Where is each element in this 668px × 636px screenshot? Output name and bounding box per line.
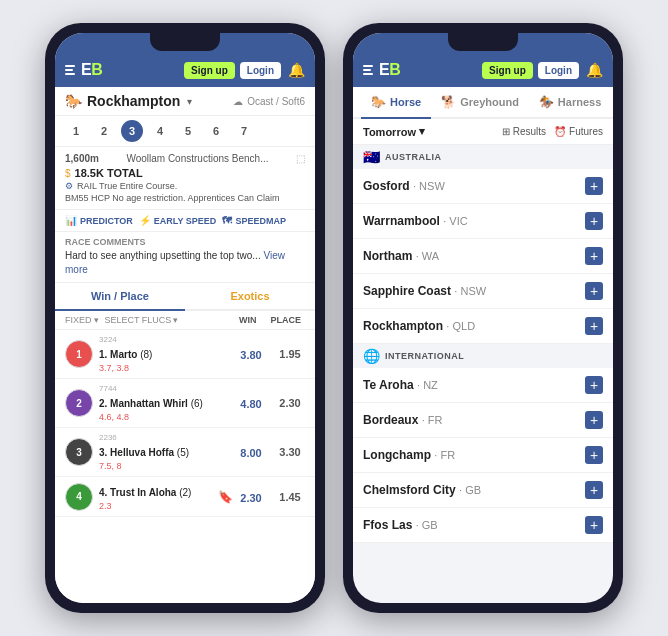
runner-name-1: 1. Marto (8): [99, 349, 152, 360]
betting-tabs: Win / Place Exotics: [55, 283, 315, 311]
venue-te-aroha: Te Aroha · NZ: [363, 378, 585, 392]
tomorrow-label: Tomorrow: [363, 126, 416, 138]
runner-tab-1: 3224: [99, 335, 233, 344]
notch-2: [448, 33, 518, 51]
rail-info: RAIL True Entire Course.: [77, 181, 177, 191]
race-tab-2[interactable]: 2: [93, 120, 115, 142]
fixed-label[interactable]: FIXED ▾: [65, 315, 99, 325]
logo-1: EB: [65, 61, 102, 79]
runner-win-3[interactable]: 8.00: [233, 443, 269, 461]
race-tab-4[interactable]: 4: [149, 120, 171, 142]
nav-tabs: 🐎 Horse 🐕 Greyhound 🏇 Harness: [353, 87, 613, 119]
runner-name-2: 2. Manhattan Whirl (6): [99, 398, 203, 409]
list-item[interactable]: Gosford · NSW +: [353, 169, 613, 204]
list-item[interactable]: Northam · WA +: [353, 239, 613, 274]
weather-info: ☁ Ocast / Soft6: [233, 96, 305, 107]
add-sapphirecoast-button[interactable]: +: [585, 282, 603, 300]
notch-1: [150, 33, 220, 51]
table-row[interactable]: 4 4. Trust In Aloha (2) 2.3 🔖 2.30 1.45: [55, 477, 315, 517]
prize-total: 18.5K TOTAL: [75, 167, 143, 179]
signup-button-2[interactable]: Sign up: [482, 62, 533, 79]
add-ffoslas-button[interactable]: +: [585, 516, 603, 534]
runner-place-1[interactable]: 1.95: [275, 348, 305, 360]
menu-icon[interactable]: [65, 65, 75, 75]
race-tab-3[interactable]: 3: [121, 120, 143, 142]
runner-silks-4: 4: [65, 483, 93, 511]
header-actions-1: Sign up Login 🔔: [184, 62, 305, 79]
bell-icon-1[interactable]: 🔔: [288, 62, 305, 78]
futures-button[interactable]: ⏰ Futures: [554, 126, 603, 137]
table-row[interactable]: 3 2236 3. Helluva Hoffa (5) 7.5, 8 8.00 …: [55, 428, 315, 477]
tab-win-place[interactable]: Win / Place: [55, 283, 185, 311]
chevron-down-icon[interactable]: ▾: [187, 96, 192, 107]
runner-tab-2: 7744: [99, 384, 233, 393]
tab-greyhound[interactable]: 🐕 Greyhound: [431, 87, 529, 117]
tomorrow-filter[interactable]: Tomorrow ▾: [363, 125, 425, 138]
runner-place-2[interactable]: 2.30: [275, 397, 305, 409]
predictor-icon: 📊: [65, 215, 77, 226]
list-item[interactable]: Warrnambool · VIC +: [353, 204, 613, 239]
speedmap-button[interactable]: 🗺 SPEEDMAP: [222, 215, 286, 226]
venues-list: 🇦🇺 AUSTRALIA Gosford · NSW + Warrnambool…: [353, 145, 613, 603]
list-item[interactable]: Sapphire Coast · NSW +: [353, 274, 613, 309]
table-row[interactable]: 2 7744 2. Manhattan Whirl (6) 4.6, 4.8 4…: [55, 379, 315, 428]
list-item[interactable]: Rockhampton · QLD +: [353, 309, 613, 344]
race-tab-5[interactable]: 5: [177, 120, 199, 142]
list-item[interactable]: Longchamp · FR +: [353, 438, 613, 473]
runner-win-2[interactable]: 4.80: [233, 394, 269, 412]
phone-1: EB Sign up Login 🔔 🐎 Rockhampton ▾ ☁ Oca…: [45, 23, 325, 613]
tab-horse[interactable]: 🐎 Horse: [361, 87, 431, 119]
add-gosford-button[interactable]: +: [585, 177, 603, 195]
runner-flucs-2: 4.6, 4.8: [99, 412, 233, 422]
add-rockhampton-button[interactable]: +: [585, 317, 603, 335]
runner-win-4[interactable]: 2.30: [233, 488, 269, 506]
tab-harness[interactable]: 🏇 Harness: [529, 87, 611, 117]
runners-list: 1 3224 1. Marto (8) 3.7, 3.8 3.80 1.95: [55, 330, 315, 603]
add-northam-button[interactable]: +: [585, 247, 603, 265]
section-international: 🌐 INTERNATIONAL: [353, 344, 613, 368]
runner-win-1[interactable]: 3.80: [233, 345, 269, 363]
win-header: WIN: [239, 315, 257, 325]
runner-tab-3: 2236: [99, 433, 233, 442]
list-item[interactable]: Te Aroha · NZ +: [353, 368, 613, 403]
harness-nav-icon: 🏇: [539, 95, 554, 109]
add-warrnambool-button[interactable]: +: [585, 212, 603, 230]
list-item[interactable]: Ffos Las · GB +: [353, 508, 613, 543]
race-tab-1[interactable]: 1: [65, 120, 87, 142]
runner-place-4[interactable]: 1.45: [275, 491, 305, 503]
results-button[interactable]: ⊞ Results: [502, 126, 546, 137]
list-item[interactable]: Chelmsford City · GB +: [353, 473, 613, 508]
greyhound-nav-icon: 🐕: [441, 95, 456, 109]
login-button-1[interactable]: Login: [240, 62, 281, 79]
runner-flucs-1: 3.7, 3.8: [99, 363, 233, 373]
map-icon: 🗺: [222, 215, 232, 226]
venue-northam: Northam · WA: [363, 249, 585, 263]
harness-tab-label: Harness: [558, 96, 601, 108]
bookmark-icon[interactable]: 🔖: [218, 490, 233, 504]
runner-silks-2: 2: [65, 389, 93, 417]
race-conditions: BM55 HCP No age restriction. Apprentices…: [65, 193, 305, 203]
add-chelmsford-button[interactable]: +: [585, 481, 603, 499]
venue-longchamp: Longchamp · FR: [363, 448, 585, 462]
add-bordeaux-button[interactable]: +: [585, 411, 603, 429]
signup-button-1[interactable]: Sign up: [184, 62, 235, 79]
flucs-label[interactable]: SELECT FLUCS ▾: [105, 315, 179, 325]
race-tab-6[interactable]: 6: [205, 120, 227, 142]
list-item[interactable]: Bordeaux · FR +: [353, 403, 613, 438]
greyhound-tab-label: Greyhound: [460, 96, 519, 108]
menu-icon-2[interactable]: [363, 65, 373, 75]
comments-text: Hard to see anything upsetting the top t…: [65, 249, 305, 277]
early-speed-button[interactable]: ⚡ EARLY SPEED: [139, 215, 217, 226]
bell-icon-2[interactable]: 🔔: [586, 62, 603, 78]
table-row[interactable]: 1 3224 1. Marto (8) 3.7, 3.8 3.80 1.95: [55, 330, 315, 379]
login-button-2[interactable]: Login: [538, 62, 579, 79]
expand-icon[interactable]: ⬚: [296, 153, 305, 164]
race-tab-7[interactable]: 7: [233, 120, 255, 142]
location-name[interactable]: Rockhampton: [87, 93, 180, 109]
runner-place-3[interactable]: 3.30: [275, 446, 305, 458]
tab-exotics[interactable]: Exotics: [185, 283, 315, 309]
add-tearoha-button[interactable]: +: [585, 376, 603, 394]
international-label: INTERNATIONAL: [385, 351, 464, 361]
add-longchamp-button[interactable]: +: [585, 446, 603, 464]
predictor-button[interactable]: 📊 PREDICTOR: [65, 215, 133, 226]
